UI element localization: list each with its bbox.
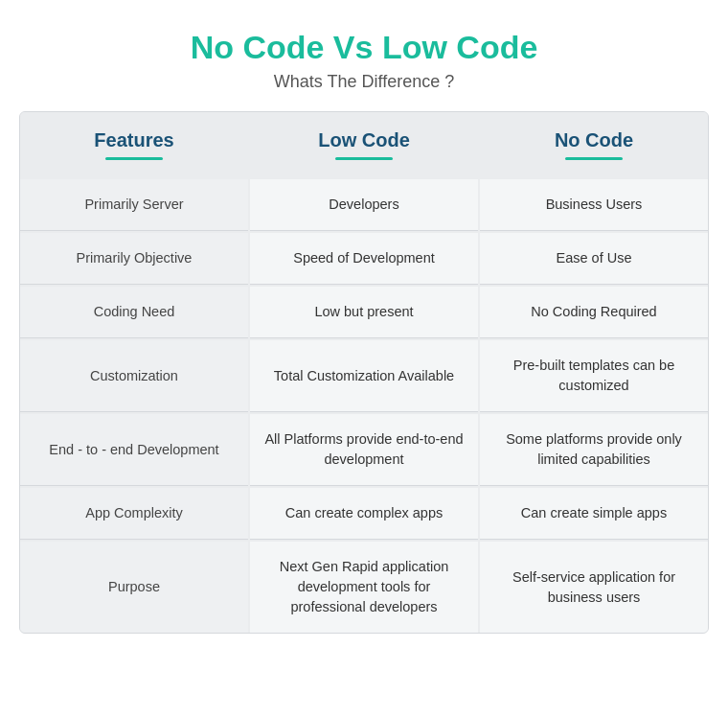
- lowcode-header: Low Code: [250, 112, 478, 177]
- row-3-feature: Customization: [20, 340, 248, 412]
- title-section: No Code Vs Low Code Whats The Difference…: [191, 29, 538, 92]
- subtitle: Whats The Difference ?: [191, 72, 538, 92]
- header-underline-nocode: [565, 157, 623, 160]
- row-0-feature: Primarily Server: [20, 179, 248, 231]
- title-part2: Low Code: [382, 29, 537, 65]
- header-underline-lowcode: [335, 157, 393, 160]
- row-1-lowcode: Speed of Development: [250, 233, 478, 285]
- row-1-nocode: Ease of Use: [480, 233, 708, 285]
- row-5-lowcode: Can create complex apps: [250, 488, 478, 540]
- nocode-header: No Code: [480, 112, 708, 177]
- row-6-nocode: Self-service application for business us…: [480, 542, 708, 633]
- row-2-feature: Coding Need: [20, 287, 248, 338]
- row-4-nocode: Some platforms provide only limited capa…: [480, 414, 708, 486]
- row-5-feature: App Complexity: [20, 488, 248, 540]
- row-1-feature: Primarily Objective: [20, 233, 248, 285]
- title-part1: No Code Vs: [191, 29, 382, 65]
- main-title: No Code Vs Low Code: [191, 29, 538, 66]
- row-4-lowcode: All Platforms provide end-to-end develop…: [250, 414, 478, 486]
- row-3-lowcode: Total Customization Available: [250, 340, 478, 412]
- row-5-nocode: Can create simple apps: [480, 488, 708, 540]
- row-3-nocode: Pre-built templates can be customized: [480, 340, 708, 412]
- row-2-nocode: No Coding Required: [480, 287, 708, 338]
- features-header: Features: [20, 112, 248, 177]
- row-0-lowcode: Developers: [250, 179, 478, 231]
- header-underline-features: [105, 157, 163, 160]
- row-4-feature: End - to - end Development: [20, 414, 248, 486]
- row-6-feature: Purpose: [20, 542, 248, 633]
- comparison-table: Features Low Code No Code Primarily Serv…: [19, 111, 709, 634]
- row-6-lowcode: Next Gen Rapid application development t…: [250, 542, 478, 633]
- row-0-nocode: Business Users: [480, 179, 708, 231]
- row-2-lowcode: Low but present: [250, 287, 478, 338]
